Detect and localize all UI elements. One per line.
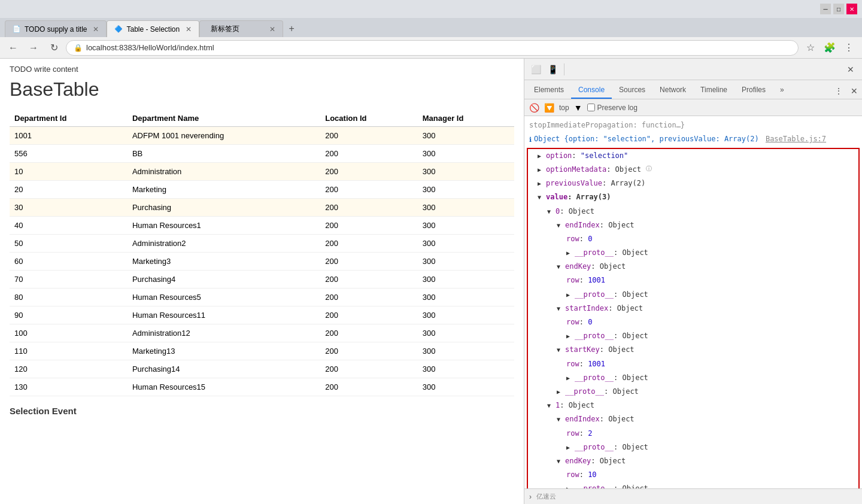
forward-button[interactable]: → <box>25 40 42 56</box>
new-tab-button[interactable]: + <box>283 20 300 37</box>
bookmark-button[interactable]: ☆ <box>802 40 819 56</box>
filter-icon[interactable]: 🔽 <box>544 103 554 113</box>
table-cell-managerId: 300 <box>418 342 514 360</box>
table-row[interactable]: 110Marketing13200300 <box>10 342 514 360</box>
table-cell-locationId: 200 <box>320 217 418 235</box>
selection-event-title: Selection Event <box>10 406 514 416</box>
item0-proto-tri[interactable] <box>557 386 563 397</box>
basetable-ref[interactable]: BaseTable.js:7 <box>766 135 826 143</box>
tab-sources[interactable]: Sources <box>612 82 652 99</box>
tab-timeline[interactable]: Timeline <box>693 82 734 99</box>
maximize-button[interactable]: □ <box>833 4 844 14</box>
item0-endindex-proto-tri[interactable] <box>566 247 572 259</box>
device-toggle-button[interactable]: 📱 <box>545 62 560 77</box>
table-row[interactable]: 70Purchasing4200300 <box>10 271 514 289</box>
tab-profiles[interactable]: Profiles <box>734 82 773 99</box>
table-row[interactable]: 120Purchasing14200300 <box>10 360 514 378</box>
tab-console[interactable]: Console <box>571 82 612 99</box>
table-cell-locationId: 200 <box>320 342 418 360</box>
table-row[interactable]: 30Purchasing200300 <box>10 199 514 217</box>
menu-button[interactable]: ⋮ <box>840 40 857 56</box>
devtools-close-button[interactable]: ✕ <box>843 62 858 77</box>
tab-elements[interactable]: Elements <box>527 82 571 99</box>
item0-triangle[interactable] <box>547 206 553 217</box>
item0-startkey-row-text: row: 1001 <box>566 359 605 370</box>
item1-endkey-row-text: row: 10 <box>566 469 597 481</box>
filter-input: › <box>529 493 532 501</box>
item0-startindex-proto-tri[interactable] <box>566 330 572 342</box>
item1-triangle[interactable] <box>547 400 553 411</box>
tab-2-close[interactable]: ✕ <box>186 25 192 34</box>
preserve-log-label[interactable]: Preserve log <box>587 104 638 112</box>
previousvalue-triangle[interactable] <box>538 178 544 189</box>
url-bar[interactable]: 🔒 localhost:8383/HelloWorld/index.html <box>66 40 799 56</box>
item0-line: 0: Object <box>528 205 858 218</box>
extensions-button[interactable]: 🧩 <box>821 40 838 56</box>
info-text: Object {option: "selection", previousVal… <box>534 133 826 145</box>
item1-endindex-triangle[interactable] <box>557 414 563 425</box>
item0-startindex-proto-text: __proto__: Object <box>575 330 648 342</box>
table-row[interactable]: 10Administration200300 <box>10 163 514 181</box>
devtools-settings-button[interactable]: ⋮ <box>831 83 846 99</box>
minimize-button[interactable]: ─ <box>820 4 831 14</box>
item0-endkey-proto-tri[interactable] <box>566 289 572 300</box>
table-row[interactable]: 40Human Resources1200300 <box>10 217 514 235</box>
item1-endkey-triangle[interactable] <box>557 456 563 467</box>
item1-endkey-proto-tri[interactable] <box>566 483 572 488</box>
info-badge[interactable]: ⓘ <box>646 164 652 174</box>
item1-endindex-proto-tri[interactable] <box>566 442 572 453</box>
item1-endkey-text: endKey: Object <box>565 456 626 467</box>
optionmetadata-triangle[interactable] <box>538 164 544 175</box>
item0-startindex-triangle[interactable] <box>557 303 563 314</box>
devtools-tabs: Elements Console Sources Network Timelin… <box>524 80 862 99</box>
item0-endkey-triangle[interactable] <box>557 261 563 272</box>
item0-endkey-row-text: row: 1001 <box>566 275 605 286</box>
table-cell-name: Purchasing <box>128 199 320 217</box>
col-location-id: Location Id <box>320 110 418 127</box>
table-row[interactable]: 1001ADFPM 1001 neverending200300 <box>10 127 514 145</box>
context-dropdown[interactable]: ▼ <box>574 103 582 113</box>
object-tree-container: option: "selection" optionMetadata: Obje… <box>527 148 860 488</box>
tab-more[interactable]: » <box>773 82 791 99</box>
tab-3-close[interactable]: ✕ <box>269 25 275 34</box>
table-row[interactable]: 50Administration2200300 <box>10 235 514 253</box>
table-row[interactable]: 60Marketing3200300 <box>10 253 514 271</box>
option-triangle[interactable] <box>538 150 544 162</box>
tab-network[interactable]: Network <box>652 82 693 99</box>
item0-startkey-proto-tri[interactable] <box>566 372 572 384</box>
clear-console-button[interactable]: 🚫 <box>529 103 539 113</box>
inspect-element-button[interactable]: ⬜ <box>528 62 544 77</box>
table-cell-managerId: 300 <box>418 127 514 145</box>
table-row[interactable]: 100Administration12200300 <box>10 324 514 342</box>
info-main-text: Object {option: "selection", previousVal… <box>534 135 759 143</box>
table-cell-id: 60 <box>10 253 128 271</box>
tab-3[interactable]: 新标签页 ✕ <box>199 20 283 37</box>
table-row[interactable]: 556BB200300 <box>10 145 514 163</box>
item0-startkey-triangle[interactable] <box>557 344 563 356</box>
devtools-close-x[interactable]: ✕ <box>846 83 862 99</box>
table-row[interactable]: 80Human Resources5200300 <box>10 289 514 306</box>
table-cell-id: 80 <box>10 289 128 306</box>
item0-text: 0: Object <box>556 206 594 217</box>
table-cell-managerId: 300 <box>418 181 514 199</box>
console-filter-bar: 🚫 🔽 top ▼ Preserve log <box>524 99 862 116</box>
item1-line: 1: Object <box>528 399 858 412</box>
value-array-text: value: Array(3) <box>546 192 611 203</box>
table-cell-id: 110 <box>10 342 128 360</box>
table-row[interactable]: 20Marketing200300 <box>10 181 514 199</box>
value-triangle[interactable] <box>538 192 544 203</box>
tab-1-close[interactable]: ✕ <box>93 25 99 34</box>
refresh-button[interactable]: ↻ <box>45 40 62 56</box>
back-button[interactable]: ← <box>5 40 22 56</box>
close-button[interactable]: ✕ <box>846 4 857 14</box>
table-cell-id: 50 <box>10 235 128 253</box>
table-cell-managerId: 300 <box>418 378 514 396</box>
preserve-log-checkbox[interactable] <box>587 104 595 111</box>
item0-endindex-triangle[interactable] <box>557 220 563 231</box>
table-row[interactable]: 130Human Resources15200300 <box>10 378 514 396</box>
item0-startkey-proto-text: __proto__: Object <box>575 372 648 384</box>
tab-2[interactable]: 🔷 Table - Selection ✕ <box>107 20 199 37</box>
tab-1[interactable]: 📄 TODO supply a title ✕ <box>5 20 107 37</box>
table-row[interactable]: 90Human Resources11200300 <box>10 306 514 324</box>
tab-3-title: 新标签页 <box>211 24 263 34</box>
